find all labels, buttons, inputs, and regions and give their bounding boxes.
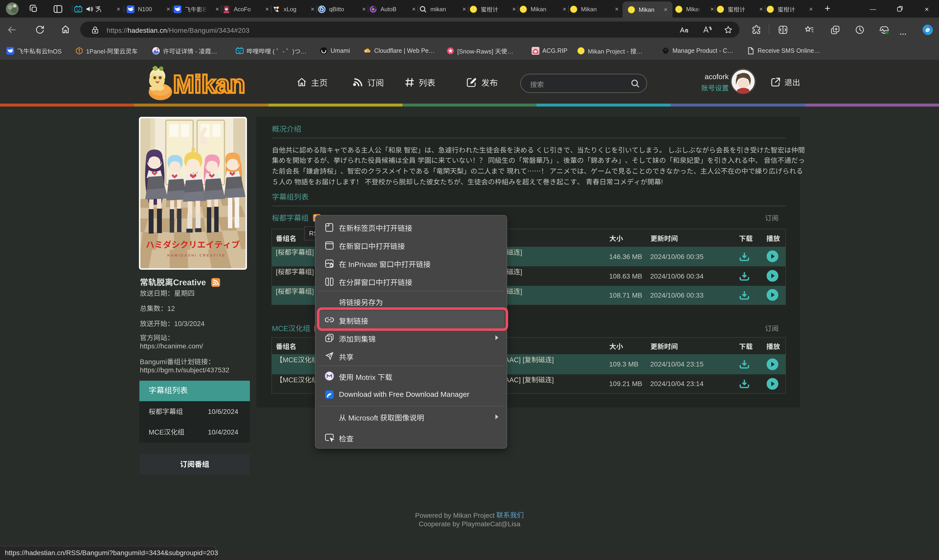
svg-text:Mikan: Mikan xyxy=(173,70,245,98)
svg-text:HAMIDASHI CREATIVE: HAMIDASHI CREATIVE xyxy=(167,253,226,257)
